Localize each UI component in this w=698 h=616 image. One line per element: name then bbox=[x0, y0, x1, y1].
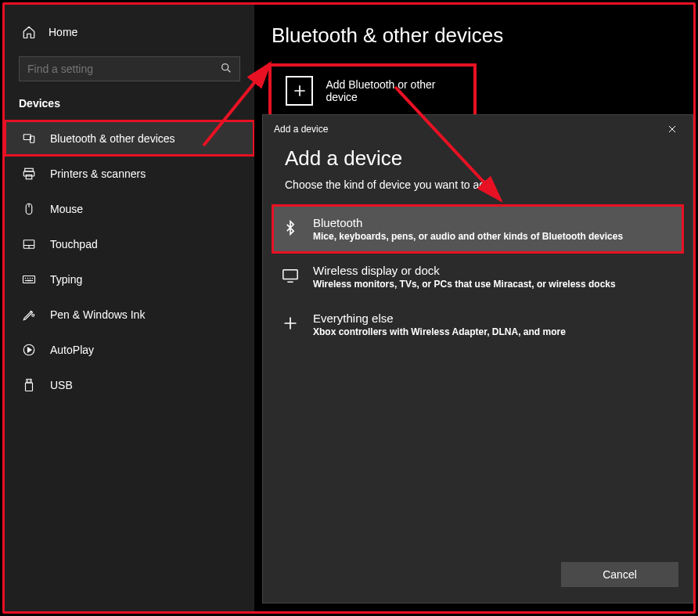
display-icon bbox=[282, 267, 299, 284]
option-title: Bluetooth bbox=[313, 216, 623, 229]
main-content: Bluetooth & other devices Add Bluetooth … bbox=[254, 5, 693, 611]
svg-point-0 bbox=[222, 64, 228, 70]
sidebar-item-pen[interactable]: Pen & Windows Ink bbox=[5, 297, 254, 332]
device-option-everything-else[interactable]: Everything else Xbox controllers with Wi… bbox=[263, 301, 693, 348]
bluetooth-devices-icon bbox=[22, 131, 36, 146]
usb-icon bbox=[22, 378, 36, 392]
search-wrap bbox=[19, 56, 240, 81]
svg-rect-12 bbox=[26, 383, 33, 391]
autoplay-icon bbox=[22, 343, 36, 357]
bluetooth-icon bbox=[282, 219, 299, 236]
sidebar-item-autoplay[interactable]: AutoPlay bbox=[5, 332, 254, 367]
add-device-label: Add Bluetooth or other device bbox=[326, 78, 459, 103]
sidebar-item-label: Pen & Windows Ink bbox=[50, 308, 145, 321]
search-icon bbox=[220, 62, 232, 74]
svg-rect-13 bbox=[283, 270, 297, 279]
home-label: Home bbox=[49, 26, 77, 38]
dialog-subtitle: Choose the kind of device you want to ad… bbox=[285, 178, 671, 191]
sidebar-item-label: AutoPlay bbox=[50, 344, 94, 356]
printer-icon bbox=[22, 167, 36, 181]
plus-icon bbox=[286, 76, 313, 106]
mouse-icon bbox=[22, 202, 36, 216]
svg-rect-8 bbox=[23, 276, 35, 283]
dialog-heading: Add a device bbox=[285, 146, 671, 171]
sidebar-item-label: Bluetooth & other devices bbox=[50, 132, 175, 145]
sidebar-item-bluetooth-devices[interactable]: Bluetooth & other devices bbox=[5, 121, 254, 156]
add-device-dialog: Add a device Add a device Choose the kin… bbox=[262, 114, 693, 603]
page-title: Bluetooth & other devices bbox=[272, 23, 675, 48]
close-icon[interactable] bbox=[663, 120, 682, 139]
home-icon bbox=[22, 25, 36, 39]
svg-point-9 bbox=[32, 314, 34, 316]
sidebar-item-printers[interactable]: Printers & scanners bbox=[5, 156, 254, 191]
svg-rect-11 bbox=[27, 379, 31, 383]
sidebar-item-label: Touchpad bbox=[50, 238, 98, 250]
option-desc: Wireless monitors, TVs, or PCs that use … bbox=[313, 279, 616, 290]
sidebar-item-label: USB bbox=[50, 379, 73, 391]
option-desc: Xbox controllers with Wireless Adapter, … bbox=[313, 326, 566, 337]
cancel-button[interactable]: Cancel bbox=[561, 562, 678, 587]
option-title: Everything else bbox=[313, 312, 566, 325]
add-device-button[interactable]: Add Bluetooth or other device bbox=[272, 67, 473, 115]
search-input[interactable] bbox=[19, 56, 240, 81]
sidebar-item-label: Printers & scanners bbox=[50, 168, 146, 180]
option-desc: Mice, keyboards, pens, or audio and othe… bbox=[313, 231, 623, 242]
svg-rect-5 bbox=[26, 175, 32, 178]
sidebar-item-touchpad[interactable]: Touchpad bbox=[5, 226, 254, 261]
section-title: Devices bbox=[5, 97, 254, 121]
touchpad-icon bbox=[22, 237, 36, 251]
dialog-titlebar-text: Add a device bbox=[274, 124, 328, 135]
keyboard-icon bbox=[22, 272, 36, 286]
settings-sidebar: Home Devices Bluetooth & other devices P… bbox=[5, 5, 254, 611]
home-nav[interactable]: Home bbox=[5, 19, 254, 45]
sidebar-item-label: Mouse bbox=[50, 203, 83, 215]
option-title: Wireless display or dock bbox=[313, 264, 616, 277]
plus-icon bbox=[282, 315, 299, 332]
sidebar-item-typing[interactable]: Typing bbox=[5, 261, 254, 297]
device-option-bluetooth[interactable]: Bluetooth Mice, keyboards, pens, or audi… bbox=[272, 205, 683, 253]
svg-rect-1 bbox=[23, 134, 31, 139]
device-option-wireless-display[interactable]: Wireless display or dock Wireless monito… bbox=[263, 253, 693, 301]
dialog-titlebar: Add a device bbox=[263, 115, 693, 143]
pen-icon bbox=[22, 308, 36, 322]
svg-rect-4 bbox=[23, 171, 34, 176]
sidebar-item-label: Typing bbox=[50, 273, 82, 286]
sidebar-item-usb[interactable]: USB bbox=[5, 367, 254, 402]
sidebar-item-mouse[interactable]: Mouse bbox=[5, 191, 254, 226]
